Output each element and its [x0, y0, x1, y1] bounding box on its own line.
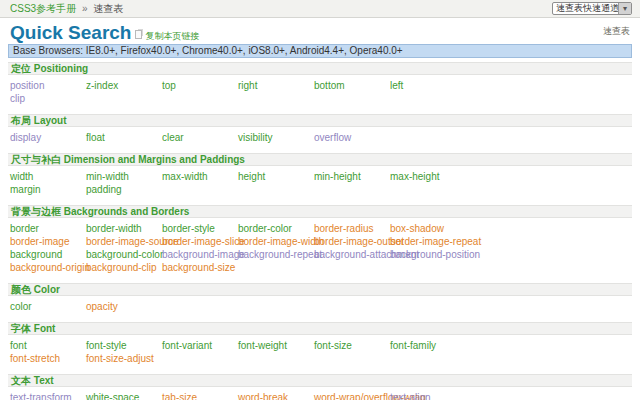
section: 字体 Fontfontfont-stylefont-variantfont-we… — [0, 322, 640, 370]
section-links: borderborder-widthborder-styleborder-col… — [10, 218, 640, 279]
section-header: 颜色 Color — [8, 283, 632, 296]
css-property-link[interactable]: border-width — [86, 222, 162, 235]
section: 文本 Texttext-transformwhite-spacetab-size… — [0, 374, 640, 400]
breadcrumb-root-link[interactable]: CSS3参考手册 — [10, 3, 76, 14]
css-property-link[interactable]: background-size — [162, 261, 238, 274]
css-property-link[interactable]: font-weight — [238, 339, 314, 352]
breadcrumb-current: 速查表 — [93, 3, 123, 14]
title-bar: Quick Search复制本页链接 速查表 — [0, 18, 640, 44]
quick-nav-select[interactable]: 速查表快速通道 — [552, 2, 632, 15]
css-property-link[interactable]: border-image-repeat — [390, 235, 466, 248]
css-property-link[interactable]: z-index — [86, 79, 162, 92]
css-property-link[interactable]: font-variant — [162, 339, 238, 352]
css-property-link[interactable]: background-position — [390, 248, 466, 261]
section-header: 定位 Positioning — [8, 62, 632, 75]
css-property-link[interactable]: background-color — [86, 248, 162, 261]
section-header: 字体 Font — [8, 322, 632, 335]
section-links: fontfont-stylefont-variantfont-weightfon… — [10, 335, 640, 370]
css-property-link[interactable]: top — [162, 79, 238, 92]
css-property-link[interactable]: border-image-width — [238, 235, 314, 248]
css-property-link[interactable]: background-clip — [86, 261, 162, 274]
css-property-link[interactable]: position — [10, 79, 86, 92]
css-property-link[interactable]: height — [238, 170, 314, 183]
css-property-link[interactable]: padding — [86, 183, 162, 196]
css-property-link[interactable]: box-shadow — [390, 222, 466, 235]
page-title: Quick Search — [10, 22, 131, 43]
css-property-link[interactable]: visibility — [238, 131, 314, 144]
section: 定位 Positioningpositionz-indextoprightbot… — [0, 62, 640, 110]
section-links: widthmin-widthmax-widthheightmin-heightm… — [10, 166, 640, 201]
css-property-link[interactable]: tab-size — [162, 391, 238, 400]
css-property-link[interactable]: clear — [162, 131, 238, 144]
css-property-link[interactable]: border — [10, 222, 86, 235]
css-property-link[interactable]: font — [10, 339, 86, 352]
section-links: displayfloatclearvisibilityoverflow — [10, 127, 640, 149]
section-header: 布局 Layout — [8, 114, 632, 127]
css-property-link[interactable]: clip — [10, 92, 86, 105]
css-property-link[interactable]: border-radius — [314, 222, 390, 235]
css-property-link[interactable]: background-image — [162, 248, 238, 261]
quick-nav-select-value: 速查表快速通道 — [553, 3, 618, 14]
css-property-link[interactable]: border-color — [238, 222, 314, 235]
breadcrumb: CSS3参考手册 » 速查表 — [0, 0, 640, 17]
css-property-link[interactable]: text-align — [390, 391, 466, 400]
css-property-link[interactable]: word-break — [238, 391, 314, 400]
section-links: text-transformwhite-spacetab-sizeword-br… — [10, 387, 640, 400]
chevron-down-icon[interactable] — [618, 3, 631, 14]
css-property-link[interactable]: max-height — [390, 170, 466, 183]
css-property-link[interactable]: left — [390, 79, 466, 92]
section: 尺寸与补白 Dimension and Margins and Paddings… — [0, 153, 640, 201]
css-property-link[interactable]: max-width — [162, 170, 238, 183]
css-property-link[interactable]: display — [10, 131, 86, 144]
section-header: 尺寸与补白 Dimension and Margins and Paddings — [8, 153, 632, 166]
css-property-link[interactable]: font-stretch — [10, 352, 86, 365]
section: 背景与边框 Backgrounds and Bordersborderborde… — [0, 205, 640, 279]
css-property-link[interactable]: min-width — [86, 170, 162, 183]
css-property-link[interactable]: float — [86, 131, 162, 144]
css-property-link[interactable]: background — [10, 248, 86, 261]
css-property-link[interactable]: bottom — [314, 79, 390, 92]
section-links: positionz-indextoprightbottomleftclip — [10, 75, 640, 110]
css-property-link[interactable]: border-style — [162, 222, 238, 235]
section-header: 背景与边框 Backgrounds and Borders — [8, 205, 632, 218]
section: 布局 Layoutdisplayfloatclearvisibilityover… — [0, 114, 640, 149]
css-property-link[interactable]: margin — [10, 183, 86, 196]
css-property-link[interactable]: width — [10, 170, 86, 183]
quick-table-side-link[interactable]: 速查表 — [603, 25, 630, 38]
css-property-link[interactable]: overflow — [314, 131, 390, 144]
css-property-link[interactable]: border-image-source — [86, 235, 162, 248]
css-property-link[interactable]: font-size — [314, 339, 390, 352]
css-property-link[interactable]: border-image-slice — [162, 235, 238, 248]
copy-page-icon[interactable] — [135, 30, 142, 39]
css-property-link[interactable]: text-transform — [10, 391, 86, 400]
css-property-link[interactable]: border-image — [10, 235, 86, 248]
css-property-link[interactable]: word-wrap/overflow-wrap — [314, 391, 390, 400]
section-links: coloropacity — [10, 296, 640, 318]
topbar: CSS3参考手册 » 速查表 速查表快速通道 — [0, 0, 640, 18]
breadcrumb-separator: » — [82, 3, 88, 14]
css-property-link[interactable]: font-style — [86, 339, 162, 352]
css-property-link[interactable]: font-family — [390, 339, 466, 352]
css-property-link[interactable]: border-image-outset — [314, 235, 390, 248]
base-browsers-bar: Base Browsers: IE8.0+, Firefox40.0+, Chr… — [8, 44, 632, 58]
section: 颜色 Colorcoloropacity — [0, 283, 640, 318]
css-property-link[interactable]: color — [10, 300, 86, 313]
css-property-link[interactable]: min-height — [314, 170, 390, 183]
copy-page-link[interactable]: 复制本页链接 — [145, 31, 199, 41]
css-property-link[interactable]: background-origin — [10, 261, 86, 274]
css-property-link[interactable]: font-size-adjust — [86, 352, 162, 365]
section-header: 文本 Text — [8, 374, 632, 387]
css-property-link[interactable]: background-attachment — [314, 248, 390, 261]
sections-container: 定位 Positioningpositionz-indextoprightbot… — [0, 62, 640, 400]
css-property-link[interactable]: background-repeat — [238, 248, 314, 261]
css-property-link[interactable]: white-space — [86, 391, 162, 400]
css-property-link[interactable]: opacity — [86, 300, 162, 313]
css-property-link[interactable]: right — [238, 79, 314, 92]
